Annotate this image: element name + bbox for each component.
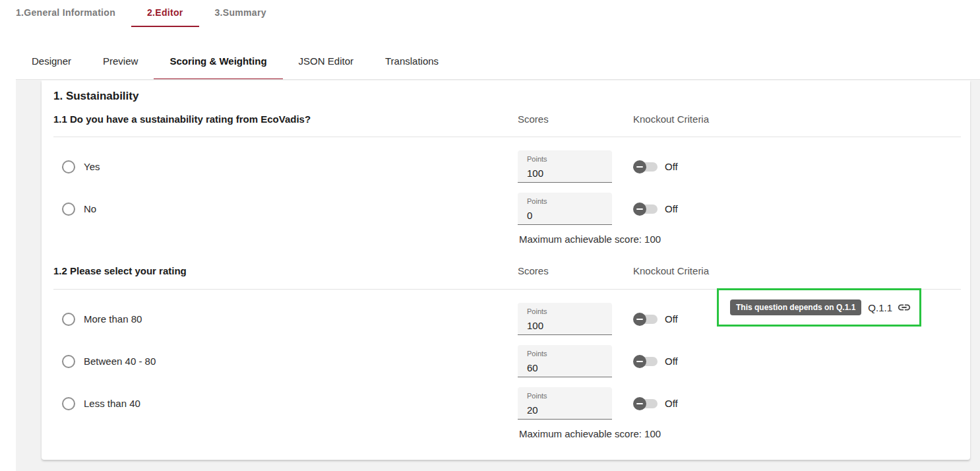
points-input[interactable] bbox=[527, 320, 605, 331]
step-editor[interactable]: 2.Editor bbox=[131, 0, 199, 27]
question-title: 1.2 Please select your rating bbox=[53, 265, 518, 276]
points-field: Points bbox=[518, 387, 612, 420]
option-label: No bbox=[84, 203, 96, 214]
toggle-thumb-minus-icon bbox=[633, 203, 646, 216]
points-label: Points bbox=[527, 350, 547, 358]
step-general-information[interactable]: 1.General Information bbox=[0, 0, 131, 27]
toggle-state-label: Off bbox=[665, 203, 678, 214]
column-header-knockout: Knockout Criteria bbox=[633, 265, 961, 276]
question-1-2-header: 1.2 Please select your rating Scores Kno… bbox=[53, 261, 961, 280]
points-label: Points bbox=[527, 392, 547, 400]
tab-translations[interactable]: Translations bbox=[369, 44, 454, 80]
option-row-between-40-80: Between 40 - 80 Points Off bbox=[53, 345, 961, 377]
editor-tabbar: Designer Preview Scoring & Weighting JSO… bbox=[16, 44, 454, 80]
column-header-scores: Scores bbox=[518, 265, 633, 276]
dependency-tooltip-badge: This question depends on Q.1.1 bbox=[730, 299, 861, 315]
knockout-toggle[interactable] bbox=[633, 355, 658, 368]
points-input[interactable] bbox=[527, 404, 605, 416]
section-title: 1. Sustainability bbox=[53, 90, 961, 103]
toggle-thumb-minus-icon bbox=[633, 355, 646, 368]
radio-button[interactable] bbox=[62, 203, 75, 216]
points-label: Points bbox=[527, 307, 547, 315]
max-score-row: Maximum achievable score: 100 bbox=[53, 234, 961, 245]
max-score-text: Maximum achievable score: 100 bbox=[518, 428, 961, 439]
toggle-thumb-minus-icon bbox=[633, 313, 646, 326]
tab-designer[interactable]: Designer bbox=[16, 44, 87, 80]
option-row-no: No Points Off bbox=[53, 193, 961, 225]
radio-button[interactable] bbox=[62, 397, 75, 410]
option-label: Yes bbox=[84, 161, 100, 172]
points-field: Points bbox=[518, 150, 612, 183]
points-field: Points bbox=[518, 303, 612, 335]
toggle-state-label: Off bbox=[665, 398, 678, 409]
option-label: Between 40 - 80 bbox=[84, 356, 156, 367]
question-title: 1.1 Do you have a sustainability rating … bbox=[53, 113, 518, 125]
points-input[interactable] bbox=[527, 210, 605, 221]
toggle-state-label: Off bbox=[665, 313, 678, 325]
points-input[interactable] bbox=[527, 168, 605, 179]
column-header-knockout: Knockout Criteria bbox=[633, 113, 961, 125]
column-header-scores: Scores bbox=[518, 113, 633, 125]
radio-button[interactable] bbox=[62, 355, 75, 368]
toggle-thumb-minus-icon bbox=[633, 397, 646, 410]
points-field: Points bbox=[518, 345, 612, 377]
content-background: 1. Sustainability 1.1 Do you have a sust… bbox=[16, 80, 980, 471]
points-label: Points bbox=[527, 155, 547, 163]
option-row-less-than-40: Less than 40 Points Off bbox=[53, 387, 961, 420]
stepper-nav: 1.General Information 2.Editor 3.Summary bbox=[0, 0, 282, 27]
knockout-toggle[interactable] bbox=[633, 313, 658, 326]
knockout-toggle[interactable] bbox=[633, 160, 658, 173]
divider bbox=[53, 137, 961, 137]
points-field: Points bbox=[518, 193, 612, 225]
tab-scoring-weighting[interactable]: Scoring & Weighting bbox=[154, 44, 282, 80]
toggle-state-label: Off bbox=[665, 356, 678, 367]
option-label: More than 80 bbox=[84, 313, 142, 325]
points-input[interactable] bbox=[527, 362, 605, 373]
question-1-1-header: 1.1 Do you have a sustainability rating … bbox=[53, 110, 961, 128]
knockout-toggle[interactable] bbox=[633, 397, 658, 410]
tab-json-editor[interactable]: JSON Editor bbox=[283, 44, 369, 80]
knockout-toggle[interactable] bbox=[633, 203, 658, 216]
max-score-text: Maximum achievable score: 100 bbox=[518, 234, 961, 245]
tab-preview[interactable]: Preview bbox=[87, 44, 154, 80]
toggle-thumb-minus-icon bbox=[633, 160, 646, 173]
step-summary[interactable]: 3.Summary bbox=[199, 0, 282, 27]
scoring-card: 1. Sustainability 1.1 Do you have a sust… bbox=[42, 80, 970, 460]
link-icon[interactable] bbox=[897, 300, 911, 315]
dependency-reference: Q.1.1 bbox=[868, 302, 892, 313]
dependency-highlight-box: This question depends on Q.1.1 Q.1.1 bbox=[717, 288, 921, 327]
option-label: Less than 40 bbox=[84, 398, 140, 409]
toggle-state-label: Off bbox=[665, 161, 678, 172]
points-label: Points bbox=[527, 197, 547, 205]
radio-button[interactable] bbox=[62, 160, 75, 173]
radio-button[interactable] bbox=[62, 313, 75, 326]
option-row-yes: Yes Points Off bbox=[53, 150, 961, 183]
max-score-row: Maximum achievable score: 100 bbox=[53, 428, 961, 439]
